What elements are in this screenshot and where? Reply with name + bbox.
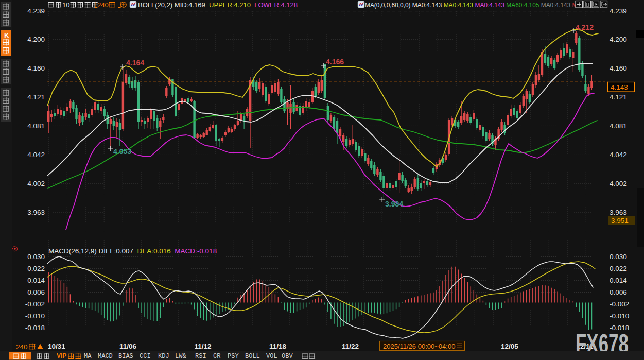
svg-text:MA(0,0,0,60,0,0) MA0:4.143 MA0: MA(0,0,0,60,0,0) MA0:4.143 MA0:4.143 MA0…	[365, 2, 581, 9]
svg-text:10/31: 10/31	[48, 342, 65, 350]
svg-text:VOL: VOL	[266, 353, 277, 360]
svg-text:-0.010: -0.010	[25, 312, 45, 320]
svg-text:-0.010: -0.010	[610, 312, 629, 320]
svg-text:4.143: 4.143	[611, 83, 628, 91]
svg-text:3.984: 3.984	[385, 200, 403, 208]
svg-text:4.160: 4.160	[27, 64, 45, 72]
svg-text:4.121: 4.121	[610, 93, 627, 101]
svg-text:4.042: 4.042	[27, 151, 45, 159]
svg-text:BOLL(20,2) MID:4.169 UPPER:4.: BOLL(20,2) MID:4.169 UPPER:4.210 LOWER:4…	[138, 1, 298, 9]
svg-text:11/12: 11/12	[194, 342, 211, 350]
svg-text:4.081: 4.081	[610, 122, 627, 130]
svg-text:4.239: 4.239	[610, 7, 627, 15]
svg-text:240: 240	[97, 1, 109, 9]
svg-text:4.166: 4.166	[326, 58, 344, 66]
svg-text:10: 10	[62, 1, 69, 9]
svg-text:11/22: 11/22	[342, 342, 359, 350]
svg-text:4.053: 4.053	[113, 147, 131, 156]
svg-text:PSY: PSY	[228, 353, 239, 360]
svg-text:0.022: 0.022	[27, 265, 45, 272]
svg-text:4.002: 4.002	[610, 180, 627, 187]
svg-text:11/06: 11/06	[119, 342, 137, 350]
svg-text:0.030: 0.030	[27, 253, 45, 261]
svg-text:CR: CR	[213, 353, 220, 360]
svg-text:4.239: 4.239	[27, 7, 45, 15]
svg-text:4.121: 4.121	[27, 93, 45, 101]
svg-text:0.006: 0.006	[610, 288, 627, 296]
svg-text:3.951: 3.951	[611, 217, 629, 225]
svg-text:K: K	[4, 31, 9, 39]
svg-text:0.006: 0.006	[27, 288, 45, 296]
svg-text:MA: MA	[84, 353, 92, 360]
svg-text:0.030: 0.030	[610, 253, 627, 261]
svg-text:MACD(26,12,9) DIFF:0.007 DEA:: MACD(26,12,9) DIFF:0.007 DEA:0.016 MACD:…	[48, 247, 217, 255]
svg-text:12/05: 12/05	[501, 342, 518, 350]
svg-text:MACD: MACD	[98, 353, 113, 360]
svg-text:4.002: 4.002	[27, 180, 45, 187]
svg-text:4.200: 4.200	[610, 36, 627, 43]
svg-text:4.212: 4.212	[576, 23, 594, 31]
svg-text:2025/11/26 00:00~04:00: 2025/11/26 00:00~04:00	[383, 342, 455, 350]
svg-text:KDJ: KDJ	[158, 353, 169, 360]
svg-text:0.014: 0.014	[610, 277, 627, 284]
svg-text:4.164: 4.164	[126, 59, 144, 67]
svg-text:0.014: 0.014	[27, 277, 45, 284]
svg-text:BOLL: BOLL	[245, 353, 260, 360]
svg-text:3.963: 3.963	[27, 209, 45, 216]
svg-text:4.042: 4.042	[610, 151, 627, 159]
svg-text:3.963: 3.963	[610, 209, 627, 216]
svg-text:-0.002: -0.002	[610, 300, 629, 308]
svg-text:0.022: 0.022	[610, 265, 627, 272]
svg-text:OBV: OBV	[282, 353, 293, 360]
svg-text:4.200: 4.200	[27, 36, 45, 43]
svg-text:-0.002: -0.002	[25, 300, 45, 308]
svg-text:CCI: CCI	[140, 353, 151, 360]
svg-text:-0.018: -0.018	[25, 324, 45, 332]
svg-text:4.160: 4.160	[610, 64, 627, 72]
svg-text:LW&: LW&	[175, 353, 186, 360]
svg-text:RSI: RSI	[195, 353, 206, 360]
svg-text:VIP: VIP	[57, 352, 66, 359]
svg-text:11/18: 11/18	[269, 342, 287, 350]
svg-text:4.081: 4.081	[27, 122, 45, 130]
svg-text:BIAS: BIAS	[118, 353, 133, 360]
svg-text:240: 240	[16, 343, 28, 351]
